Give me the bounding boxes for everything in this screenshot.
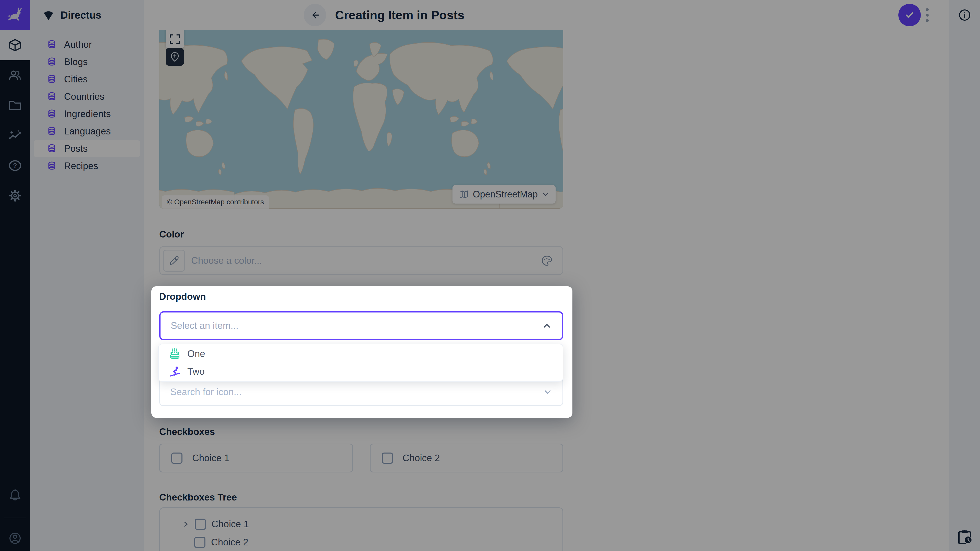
hot-tub-icon — [169, 348, 181, 360]
skiing-icon — [169, 366, 181, 378]
chevron-down-icon[interactable] — [543, 387, 552, 397]
dropdown-option-one[interactable]: One — [159, 345, 563, 363]
dropdown-options-panel: One Two — [158, 344, 563, 382]
option-label: Two — [187, 366, 205, 377]
dropdown-select-input[interactable] — [171, 321, 542, 331]
option-label: One — [187, 348, 205, 359]
dropdown-option-two[interactable]: Two — [159, 363, 563, 381]
chevron-up-icon[interactable] — [542, 321, 552, 330]
icon-search-input[interactable] — [170, 387, 543, 397]
dropdown-field-label: Dropdown — [159, 291, 206, 302]
icon-search-field[interactable] — [159, 378, 563, 406]
dropdown-select[interactable] — [159, 311, 563, 340]
modal-overlay[interactable] — [0, 0, 980, 551]
dropdown-modal-card: Dropdown One — [151, 286, 573, 418]
